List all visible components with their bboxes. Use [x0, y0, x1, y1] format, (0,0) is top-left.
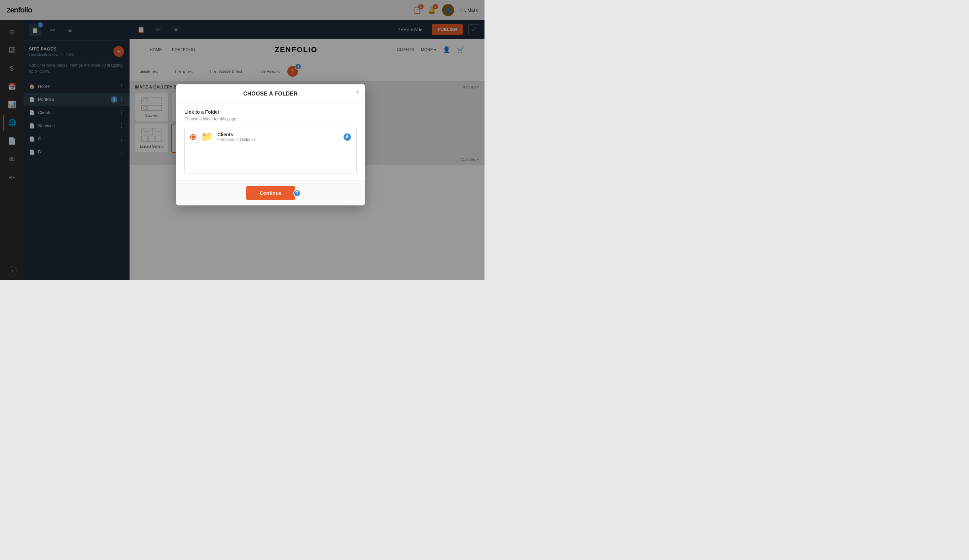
folder-item-clients[interactable]: 📁 Clients 0 Folders, 2 Galleries 6	[185, 127, 356, 146]
folder-list: 📁 Clients 0 Folders, 2 Galleries 6	[185, 127, 357, 174]
continue-button[interactable]: Continue	[246, 186, 295, 200]
step-7-badge: 7	[293, 189, 301, 197]
modal-body: Link to a Folder Choose a folder for thi…	[176, 103, 365, 180]
modal-desc: Choose a folder for this page:	[185, 117, 357, 121]
folder-clients-info: Clients 0 Folders, 2 Galleries	[217, 132, 256, 142]
modal-footer: Continue 7	[176, 180, 365, 205]
folder-clients-icon: 📁	[201, 131, 213, 142]
modal-header: CHOOSE A FOLDER ×	[176, 84, 365, 103]
modal-close-button[interactable]: ×	[356, 89, 359, 96]
modal-overlay[interactable]: CHOOSE A FOLDER × Link to a Folder Choos…	[0, 0, 484, 280]
modal-subtitle: Link to a Folder	[185, 109, 357, 115]
folder-clients-name: Clients	[217, 132, 256, 137]
folder-clients-meta: 0 Folders, 2 Galleries	[217, 137, 256, 142]
continue-btn-wrap: Continue 7	[185, 186, 357, 200]
folder-radio-clients[interactable]	[190, 134, 196, 140]
modal-title: CHOOSE A FOLDER	[243, 91, 298, 96]
folder-list-empty	[185, 146, 356, 173]
step-6-badge: 6	[343, 133, 351, 141]
choose-folder-modal: CHOOSE A FOLDER × Link to a Folder Choos…	[176, 84, 365, 205]
